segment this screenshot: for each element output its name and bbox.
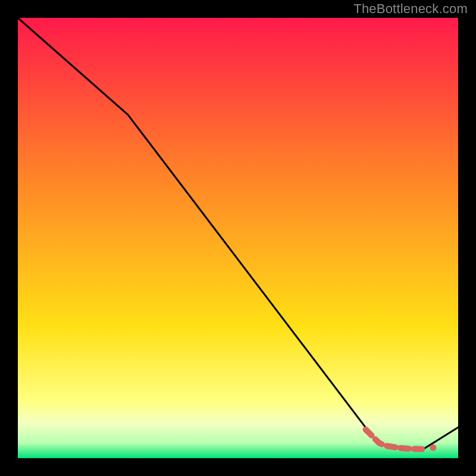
plot-background	[18, 18, 458, 458]
marker-end-dot	[430, 444, 436, 451]
chart-frame: TheBottleneck.com	[0, 0, 476, 476]
watermark-text: TheBottleneck.com	[353, 1, 468, 17]
bottleneck-chart	[0, 0, 476, 476]
